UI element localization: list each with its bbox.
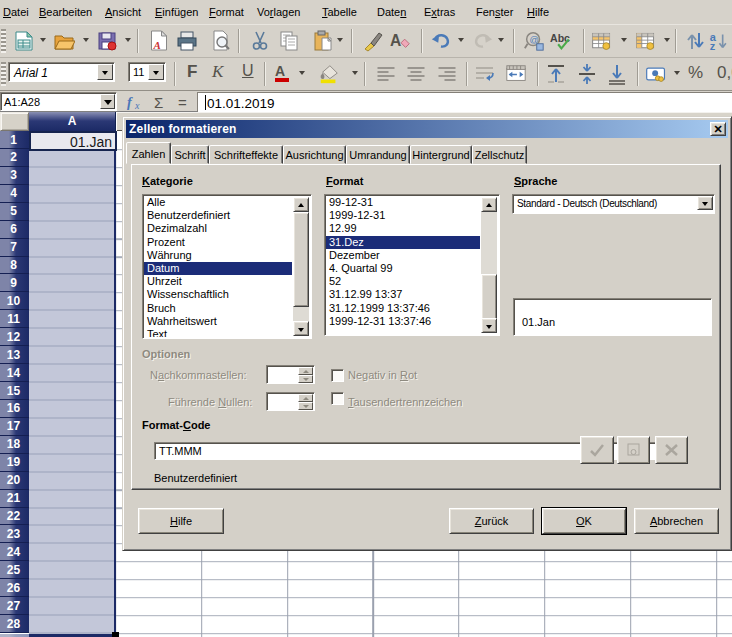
svg-text:f: f [127,95,133,110]
svg-text:x: x [134,100,140,111]
svg-text:=: = [178,94,187,111]
svg-text:A: A [390,33,401,50]
svg-text:z: z [710,40,716,52]
svg-text:A: A [153,39,161,51]
svg-text:A: A [275,63,285,79]
svg-text:Σ: Σ [154,94,163,111]
